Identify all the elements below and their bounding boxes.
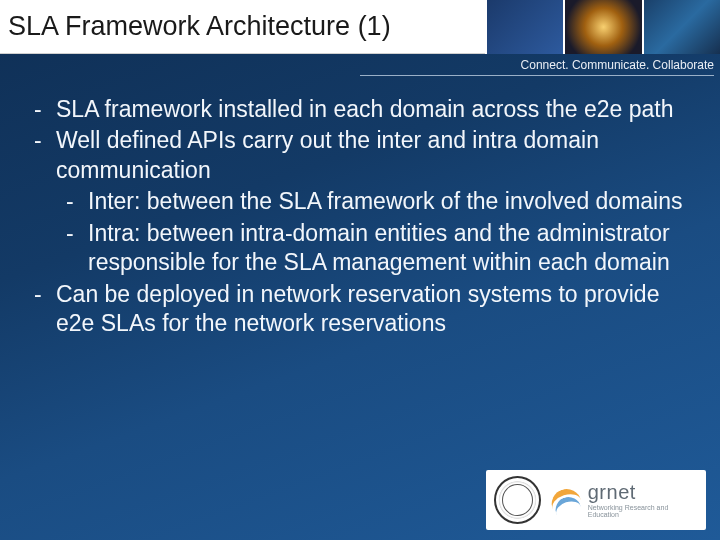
content-area: SLA framework installed in each domain a…: [26, 95, 694, 341]
header-image-3: [642, 0, 720, 54]
header-image-1: [485, 0, 563, 54]
page-title: SLA Framework Architecture (1): [8, 11, 391, 42]
grnet-name: grnet: [588, 482, 698, 502]
tagline-underline: [360, 75, 714, 76]
grnet-subtitle: Networking Research and Education: [588, 504, 698, 518]
grnet-logo: grnet Networking Research and Education: [551, 482, 698, 518]
bullet-item: SLA framework installed in each domain a…: [26, 95, 694, 124]
header-image-2: [563, 0, 641, 54]
header-images: [485, 0, 720, 54]
footer-logos: grnet Networking Research and Education: [486, 470, 706, 530]
grnet-text: grnet Networking Research and Education: [588, 482, 698, 518]
bullet-sub-item: Inter: between the SLA framework of the …: [26, 187, 694, 216]
slide: SLA Framework Architecture (1) Connect. …: [0, 0, 720, 540]
grnet-swoosh-icon: [551, 483, 584, 517]
bullet-item: Well defined APIs carry out the inter an…: [26, 126, 694, 185]
bullet-sub-item: Intra: between intra-domain entities and…: [26, 219, 694, 278]
bullet-item: Can be deployed in network reservation s…: [26, 280, 694, 339]
university-seal-icon: [494, 476, 541, 524]
header-bar: SLA Framework Architecture (1): [0, 0, 720, 54]
tagline: Connect. Communicate. Collaborate: [521, 58, 714, 72]
